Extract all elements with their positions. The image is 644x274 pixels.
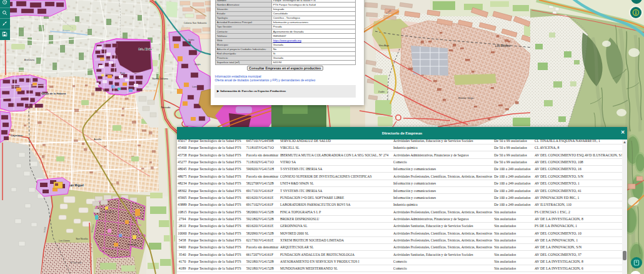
svg-text:Los Llanos: Los Llanos: [59, 240, 70, 242]
svg-text:Arenzana: Arenzana: [24, 59, 35, 61]
svg-text:Colonia San Sebastiá: Colonia San Sebastiá: [184, 22, 207, 24]
svg-text:Bajo: Bajo: [120, 71, 126, 74]
svg-text:Vina Arga: Vina Arga: [379, 44, 390, 47]
svg-text:Armilla: Armilla: [94, 138, 102, 141]
svg-text:Nevada: Nevada: [161, 106, 171, 109]
svg-text:Ilagia: Ilagia: [194, 63, 201, 66]
svg-text:Isidro: Isidro: [188, 39, 194, 41]
svg-text:Acequia: Acequia: [63, 29, 70, 32]
svg-text:Los Rebites: Los Rebites: [495, 44, 511, 48]
svg-text:Lienc: Lienc: [192, 86, 198, 88]
svg-text:A-44: A-44: [163, 35, 166, 40]
svg-text:El Cercado: El Cercado: [70, 261, 81, 264]
svg-text:Santa Juliana: Santa Juliana: [152, 77, 168, 80]
svg-text:Paseo de la Habana: Paseo de la Habana: [41, 92, 66, 95]
svg-text:Cayetano: Cayetano: [11, 134, 23, 137]
svg-text:Quemada: Quemada: [127, 243, 138, 246]
svg-text:P.C. Albán: P.C. Albán: [138, 48, 152, 51]
svg-text:Huetor Vega: Huetor Vega: [458, 96, 474, 99]
svg-text:Camino de la...: Camino de la...: [102, 211, 116, 213]
svg-text:San Nicolás: San Nicolás: [76, 238, 88, 240]
svg-text:Zaidin: Zaidin: [378, 91, 385, 93]
